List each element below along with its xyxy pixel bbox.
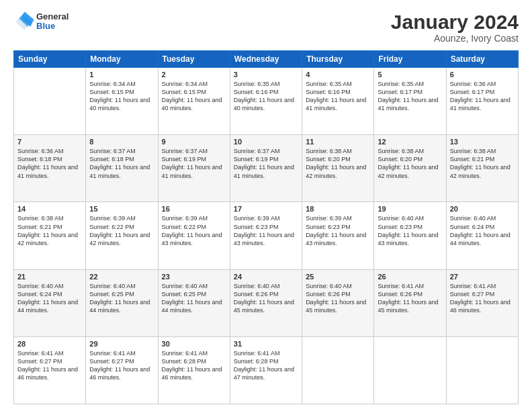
calendar-cell: 10Sunrise: 6:37 AMSunset: 6:19 PMDayligh… <box>230 135 302 202</box>
day-number: 5 <box>378 71 442 79</box>
calendar-cell: 3Sunrise: 6:35 AMSunset: 6:16 PMDaylight… <box>230 68 302 135</box>
title-block: January 2024 Aounze, Ivory Coast <box>391 11 519 44</box>
calendar-cell: 12Sunrise: 6:38 AMSunset: 6:20 PMDayligh… <box>374 135 446 202</box>
calendar-week-row: 1Sunrise: 6:34 AMSunset: 6:15 PMDaylight… <box>14 68 519 135</box>
day-number: 1 <box>89 71 154 79</box>
day-number: 6 <box>450 71 515 79</box>
cell-info: Sunrise: 6:39 AMSunset: 6:22 PMDaylight:… <box>162 214 226 247</box>
calendar-cell: 8Sunrise: 6:37 AMSunset: 6:18 PMDaylight… <box>86 135 158 202</box>
cell-info: Sunrise: 6:36 AMSunset: 6:17 PMDaylight:… <box>450 80 515 113</box>
calendar-cell: 28Sunrise: 6:41 AMSunset: 6:27 PMDayligh… <box>14 336 86 404</box>
day-number: 30 <box>162 340 226 348</box>
logo: General Blue <box>13 11 69 32</box>
cell-info: Sunrise: 6:39 AMSunset: 6:22 PMDaylight:… <box>89 214 154 247</box>
cell-info: Sunrise: 6:39 AMSunset: 6:23 PMDaylight:… <box>306 214 370 247</box>
day-number: 17 <box>234 205 298 213</box>
day-number: 28 <box>17 340 82 348</box>
calendar-cell: 23Sunrise: 6:40 AMSunset: 6:25 PMDayligh… <box>158 269 230 336</box>
day-number: 22 <box>89 273 154 281</box>
calendar-cell: 30Sunrise: 6:41 AMSunset: 6:28 PMDayligh… <box>158 336 230 404</box>
cell-info: Sunrise: 6:38 AMSunset: 6:21 PMDaylight:… <box>17 214 82 247</box>
cell-info: Sunrise: 6:41 AMSunset: 6:28 PMDaylight:… <box>234 349 298 382</box>
day-number: 20 <box>450 205 515 213</box>
calendar-cell: 15Sunrise: 6:39 AMSunset: 6:22 PMDayligh… <box>86 202 158 269</box>
calendar-cell: 21Sunrise: 6:40 AMSunset: 6:24 PMDayligh… <box>14 269 86 336</box>
day-number: 24 <box>234 273 298 281</box>
cell-info: Sunrise: 6:41 AMSunset: 6:28 PMDaylight:… <box>162 349 226 382</box>
cell-info: Sunrise: 6:37 AMSunset: 6:18 PMDaylight:… <box>89 147 154 180</box>
day-number: 16 <box>162 205 226 213</box>
logo-blue: Blue <box>36 21 69 31</box>
calendar-week-row: 21Sunrise: 6:40 AMSunset: 6:24 PMDayligh… <box>14 269 519 336</box>
day-number: 26 <box>378 273 442 281</box>
calendar-cell: 6Sunrise: 6:36 AMSunset: 6:17 PMDaylight… <box>446 68 518 135</box>
cell-info: Sunrise: 6:41 AMSunset: 6:26 PMDaylight:… <box>378 282 442 315</box>
calendar-table: Sunday Monday Tuesday Wednesday Thursday… <box>13 50 519 404</box>
col-monday: Monday <box>86 51 158 68</box>
calendar-cell: 26Sunrise: 6:41 AMSunset: 6:26 PMDayligh… <box>374 269 446 336</box>
cell-info: Sunrise: 6:37 AMSunset: 6:19 PMDaylight:… <box>162 147 226 180</box>
logo-general: General <box>36 12 69 21</box>
day-number: 21 <box>17 273 82 281</box>
cell-info: Sunrise: 6:40 AMSunset: 6:25 PMDaylight:… <box>89 282 154 315</box>
col-sunday: Sunday <box>14 51 86 68</box>
header: General Blue January 2024 Aounze, Ivory … <box>13 11 519 44</box>
calendar-cell <box>14 68 86 135</box>
cell-info: Sunrise: 6:40 AMSunset: 6:23 PMDaylight:… <box>378 214 442 247</box>
cell-info: Sunrise: 6:35 AMSunset: 6:16 PMDaylight:… <box>306 80 370 113</box>
cell-info: Sunrise: 6:40 AMSunset: 6:25 PMDaylight:… <box>162 282 226 315</box>
cell-info: Sunrise: 6:36 AMSunset: 6:18 PMDaylight:… <box>17 147 82 180</box>
calendar-cell: 19Sunrise: 6:40 AMSunset: 6:23 PMDayligh… <box>374 202 446 269</box>
calendar-cell: 22Sunrise: 6:40 AMSunset: 6:25 PMDayligh… <box>86 269 158 336</box>
day-number: 19 <box>378 205 442 213</box>
col-friday: Friday <box>374 51 446 68</box>
day-number: 23 <box>162 273 226 281</box>
col-tuesday: Tuesday <box>158 51 230 68</box>
logo-text: General Blue <box>36 12 69 32</box>
calendar-cell: 14Sunrise: 6:38 AMSunset: 6:21 PMDayligh… <box>14 202 86 269</box>
day-number: 14 <box>17 205 82 213</box>
day-number: 9 <box>162 138 226 146</box>
cell-info: Sunrise: 6:40 AMSunset: 6:26 PMDaylight:… <box>234 282 298 315</box>
cell-info: Sunrise: 6:34 AMSunset: 6:15 PMDaylight:… <box>162 80 226 113</box>
calendar-cell: 29Sunrise: 6:41 AMSunset: 6:27 PMDayligh… <box>86 336 158 404</box>
calendar-cell: 7Sunrise: 6:36 AMSunset: 6:18 PMDaylight… <box>14 135 86 202</box>
day-number: 13 <box>450 138 515 146</box>
calendar-cell: 4Sunrise: 6:35 AMSunset: 6:16 PMDaylight… <box>302 68 374 135</box>
col-saturday: Saturday <box>446 51 518 68</box>
day-number: 31 <box>234 340 298 348</box>
page: General Blue January 2024 Aounze, Ivory … <box>0 0 532 411</box>
day-number: 2 <box>162 71 226 79</box>
day-number: 11 <box>306 138 370 146</box>
cell-info: Sunrise: 6:40 AMSunset: 6:24 PMDaylight:… <box>450 214 515 247</box>
calendar-cell: 24Sunrise: 6:40 AMSunset: 6:26 PMDayligh… <box>230 269 302 336</box>
calendar-cell: 16Sunrise: 6:39 AMSunset: 6:22 PMDayligh… <box>158 202 230 269</box>
calendar-week-row: 14Sunrise: 6:38 AMSunset: 6:21 PMDayligh… <box>14 202 519 269</box>
cell-info: Sunrise: 6:38 AMSunset: 6:20 PMDaylight:… <box>306 147 370 180</box>
cell-info: Sunrise: 6:38 AMSunset: 6:21 PMDaylight:… <box>450 147 515 180</box>
calendar-cell <box>302 336 374 404</box>
calendar-cell: 13Sunrise: 6:38 AMSunset: 6:21 PMDayligh… <box>446 135 518 202</box>
calendar-cell: 20Sunrise: 6:40 AMSunset: 6:24 PMDayligh… <box>446 202 518 269</box>
calendar-week-row: 7Sunrise: 6:36 AMSunset: 6:18 PMDaylight… <box>14 135 519 202</box>
day-number: 12 <box>378 138 442 146</box>
calendar-cell: 11Sunrise: 6:38 AMSunset: 6:20 PMDayligh… <box>302 135 374 202</box>
calendar-cell: 5Sunrise: 6:35 AMSunset: 6:17 PMDaylight… <box>374 68 446 135</box>
calendar-cell: 1Sunrise: 6:34 AMSunset: 6:15 PMDaylight… <box>86 68 158 135</box>
col-thursday: Thursday <box>302 51 374 68</box>
day-number: 4 <box>306 71 370 79</box>
cell-info: Sunrise: 6:38 AMSunset: 6:20 PMDaylight:… <box>378 147 442 180</box>
day-number: 18 <box>306 205 370 213</box>
calendar-cell: 2Sunrise: 6:34 AMSunset: 6:15 PMDaylight… <box>158 68 230 135</box>
cell-info: Sunrise: 6:35 AMSunset: 6:17 PMDaylight:… <box>378 80 442 113</box>
day-number: 25 <box>306 273 370 281</box>
calendar-week-row: 28Sunrise: 6:41 AMSunset: 6:27 PMDayligh… <box>14 336 519 404</box>
cell-info: Sunrise: 6:39 AMSunset: 6:23 PMDaylight:… <box>234 214 298 247</box>
header-row: Sunday Monday Tuesday Wednesday Thursday… <box>14 51 519 68</box>
calendar-cell: 31Sunrise: 6:41 AMSunset: 6:28 PMDayligh… <box>230 336 302 404</box>
col-wednesday: Wednesday <box>230 51 302 68</box>
calendar-title: January 2024 <box>391 11 519 33</box>
calendar-cell: 9Sunrise: 6:37 AMSunset: 6:19 PMDaylight… <box>158 135 230 202</box>
calendar-cell: 27Sunrise: 6:41 AMSunset: 6:27 PMDayligh… <box>446 269 518 336</box>
calendar-subtitle: Aounze, Ivory Coast <box>391 33 519 44</box>
